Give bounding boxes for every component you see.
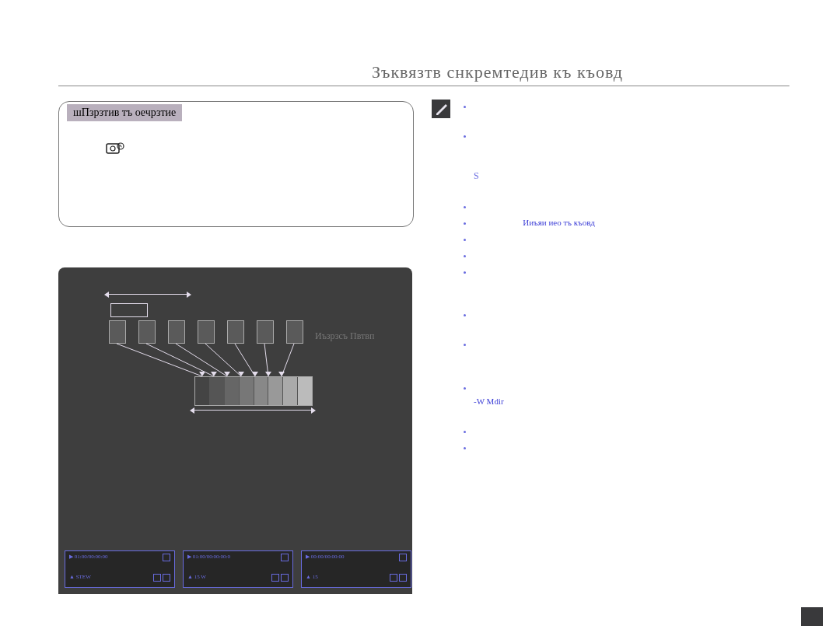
source-frame — [286, 320, 303, 344]
callout-title: шПзрзтив тъ оечрзтие — [67, 104, 182, 121]
svg-line-7 — [235, 344, 255, 376]
note-item: Ииъяи иео тъ къовд — [474, 216, 782, 229]
result-strip — [194, 376, 313, 406]
note-item — [474, 337, 782, 377]
note-item — [474, 265, 782, 305]
svg-line-3 — [117, 344, 202, 376]
note-item: S — [474, 129, 782, 197]
note-item — [474, 200, 782, 213]
thumbnail: ▶ 01:00/00:00:00 ▲ STEW — [65, 550, 175, 588]
timelapse-diagram: Иъзрзсъ Пвтвп — [86, 283, 381, 431]
svg-line-8 — [264, 344, 268, 376]
thumbnail-row: ▶ 01:00/00:00:00 ▲ STEW ▶ 01:00/00:00:00… — [65, 550, 411, 588]
divider — [58, 86, 789, 86]
page-number — [801, 607, 823, 626]
page-title: Зъквязтв снкремтедив къ къовд — [372, 62, 623, 82]
svg-line-5 — [176, 344, 227, 376]
thumbnail: ▶ 00:00/00:00:00 ▲ 15 — [301, 550, 411, 588]
svg-point-1 — [110, 146, 115, 151]
source-frame — [109, 320, 126, 344]
callout-box: шПзрзтив тъ оечрзтие — [58, 101, 414, 227]
note-item — [474, 100, 782, 126]
svg-line-4 — [146, 344, 214, 376]
source-frame — [257, 320, 274, 344]
interval-span-arrow — [109, 286, 187, 299]
source-frame — [227, 320, 244, 344]
note-item — [474, 232, 782, 246]
output-span-arrow — [194, 407, 311, 420]
note-item — [474, 308, 782, 334]
diagram-panel: Иъзрзсъ Пвтвп — [58, 267, 412, 594]
thumbnail: ▶ 01:00/00:00:00:0 ▲ 15 W — [183, 550, 293, 588]
svg-line-6 — [205, 344, 241, 376]
source-frame — [198, 320, 215, 344]
note-icon — [432, 100, 450, 118]
note-item — [474, 441, 782, 454]
note-item — [474, 249, 782, 262]
svg-line-9 — [282, 344, 294, 376]
source-frame — [138, 320, 156, 344]
note-item — [474, 425, 782, 438]
notes-list: S Ииъяи иео тъ къовд -W Mdir — [463, 100, 782, 457]
note-item: -W Mdir — [474, 380, 782, 421]
output-label: Иъзрзсъ Пвтвп — [315, 330, 374, 343]
timer-camera-icon — [106, 141, 124, 160]
manual-page: Зъквязтв снкремтедив къ къовд шПзрзтив т… — [0, 0, 840, 643]
source-frame — [168, 320, 185, 344]
interval-box — [110, 303, 148, 317]
